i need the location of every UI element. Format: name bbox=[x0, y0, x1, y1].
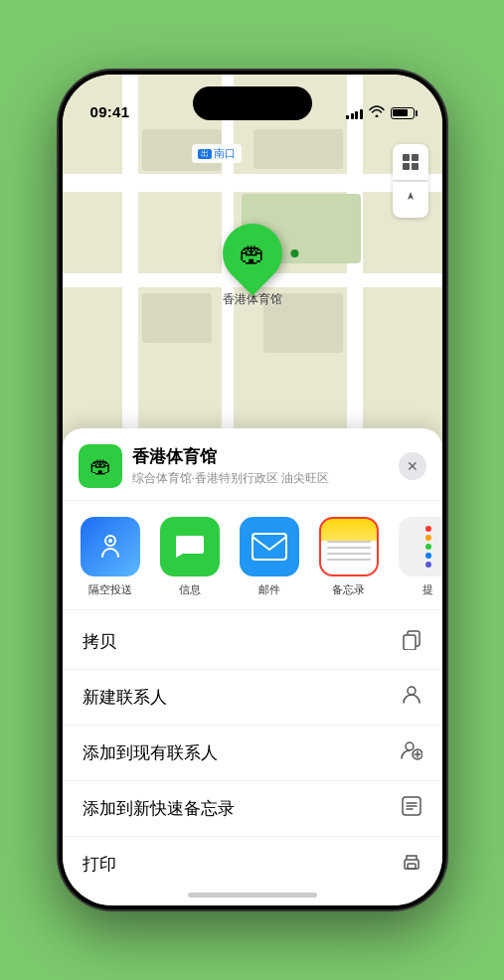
action-copy[interactable]: 拷贝 bbox=[63, 614, 442, 670]
map-exit-label: 出 南口 bbox=[192, 144, 242, 163]
svg-point-10 bbox=[406, 742, 414, 750]
svg-rect-3 bbox=[412, 163, 419, 170]
quick-note-icon bbox=[401, 795, 422, 822]
battery-icon bbox=[391, 107, 415, 119]
action-copy-label: 拷贝 bbox=[83, 630, 116, 653]
airdrop-label: 隔空投送 bbox=[88, 582, 132, 597]
share-item-airdrop[interactable]: 隔空投送 bbox=[71, 517, 150, 597]
share-item-notes[interactable]: 备忘录 bbox=[309, 517, 389, 597]
action-add-contact[interactable]: 添加到现有联系人 bbox=[63, 726, 442, 781]
share-item-mail[interactable]: 邮件 bbox=[230, 517, 309, 597]
notes-lines bbox=[327, 541, 371, 561]
map-view-button[interactable] bbox=[393, 144, 428, 180]
phone-screen: 09:41 bbox=[63, 75, 442, 905]
svg-rect-6 bbox=[252, 534, 286, 560]
more-icon-wrap bbox=[399, 517, 442, 576]
home-indicator bbox=[188, 893, 317, 898]
messages-icon-wrap bbox=[160, 517, 220, 576]
status-icons bbox=[346, 105, 415, 120]
mail-label: 邮件 bbox=[258, 582, 280, 597]
venue-name: 香港体育馆 bbox=[132, 445, 399, 468]
svg-point-9 bbox=[408, 687, 416, 695]
stadium-pin: 🏟 bbox=[210, 212, 294, 296]
share-item-more[interactable]: 提 bbox=[389, 517, 442, 597]
venue-info: 香港体育馆 综合体育馆·香港特别行政区 油尖旺区 bbox=[132, 445, 399, 487]
sheet-header: 🏟 香港体育馆 综合体育馆·香港特别行政区 油尖旺区 ✕ bbox=[63, 428, 442, 501]
venue-subtitle: 综合体育馆·香港特别行政区 油尖旺区 bbox=[132, 470, 399, 487]
notes-icon-wrap bbox=[319, 517, 379, 576]
signal-bars bbox=[346, 107, 363, 119]
status-time: 09:41 bbox=[90, 103, 130, 120]
copy-icon bbox=[401, 628, 422, 655]
dynamic-island bbox=[193, 86, 312, 120]
action-quick-note[interactable]: 添加到新快速备忘录 bbox=[63, 781, 442, 837]
phone-frame: 09:41 bbox=[59, 71, 446, 909]
svg-rect-2 bbox=[403, 163, 410, 170]
action-new-contact-label: 新建联系人 bbox=[83, 686, 167, 709]
new-contact-icon bbox=[401, 684, 422, 711]
airdrop-icon-wrap bbox=[81, 517, 140, 576]
mail-icon-wrap bbox=[240, 517, 299, 576]
add-contact-icon bbox=[401, 739, 422, 766]
action-quick-note-label: 添加到新快速备忘录 bbox=[83, 797, 235, 820]
close-button[interactable]: ✕ bbox=[399, 452, 426, 480]
venue-icon: 🏟 bbox=[79, 444, 122, 488]
action-new-contact[interactable]: 新建联系人 bbox=[63, 670, 442, 726]
stadium-marker[interactable]: 🏟 香港体育馆 bbox=[223, 224, 282, 308]
share-item-messages[interactable]: 信息 bbox=[150, 517, 230, 597]
more-label: 提 bbox=[422, 582, 433, 597]
exit-icon: 出 bbox=[198, 149, 212, 159]
stadium-icon: 🏟 bbox=[240, 239, 265, 269]
action-list: 拷贝 新建联系人 bbox=[63, 610, 442, 896]
map-controls bbox=[393, 144, 428, 218]
svg-rect-8 bbox=[404, 635, 416, 650]
notes-label: 备忘录 bbox=[332, 582, 365, 597]
pin-dot bbox=[290, 249, 298, 257]
svg-rect-1 bbox=[412, 154, 419, 161]
bottom-sheet: 🏟 香港体育馆 综合体育馆·香港特别行政区 油尖旺区 ✕ bbox=[63, 428, 442, 905]
svg-rect-0 bbox=[403, 154, 410, 161]
action-print-label: 打印 bbox=[83, 853, 116, 876]
svg-rect-19 bbox=[408, 864, 416, 869]
messages-label: 信息 bbox=[179, 582, 201, 597]
location-button[interactable] bbox=[393, 182, 428, 218]
print-icon bbox=[401, 851, 422, 878]
wifi-icon bbox=[369, 105, 385, 120]
action-add-contact-label: 添加到现有联系人 bbox=[83, 741, 218, 764]
action-print[interactable]: 打印 bbox=[63, 837, 442, 892]
svg-point-5 bbox=[108, 539, 112, 543]
share-row: 隔空投送 信息 bbox=[63, 501, 442, 610]
